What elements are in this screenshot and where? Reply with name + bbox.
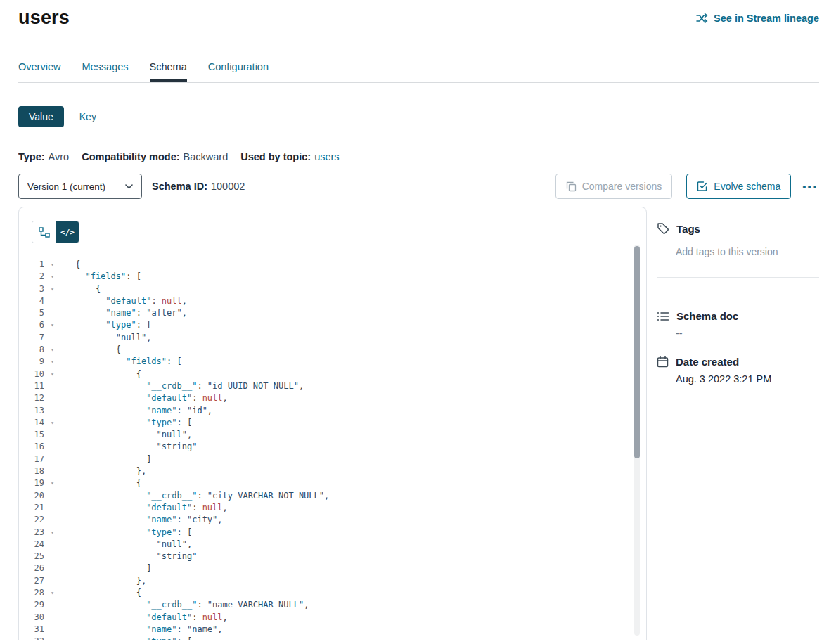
schema-page: users See in Stream lineage Overview Mes… [0,0,836,644]
line-number: 30 [19,612,44,624]
version-select-value: Version 1 (current) [27,181,105,192]
key-toggle-button[interactable]: Key [79,111,96,122]
fold-toggle-icon[interactable]: ▾ [44,477,75,489]
tab-overview[interactable]: Overview [18,54,60,82]
editor-view-toggle: </> [32,221,79,243]
code-text: "default": null, [75,612,228,624]
code-text: "default": null, [75,392,228,404]
evolve-schema-button[interactable]: Evolve schema [686,174,791,199]
line-number: 22 [19,514,44,526]
fold-toggle-icon[interactable]: ▾ [44,319,75,331]
fold-toggle-icon[interactable]: ▾ [44,283,75,295]
sidebar-divider [657,277,819,278]
fold-spacer [44,392,75,404]
fold-toggle-icon[interactable]: ▾ [44,344,75,356]
code-line: 9▾"fields": [ [19,356,646,368]
schema-doc-title: Schema doc [676,310,738,322]
stream-lineage-link[interactable]: See in Stream lineage [696,13,819,24]
fold-toggle-icon[interactable]: ▾ [44,587,75,599]
fold-spacer [44,405,75,417]
code-line: 25"string" [19,550,646,562]
schema-toolbar: Version 1 (current) Schema ID:100002 Com… [18,174,819,199]
stream-lineage-icon [696,13,708,24]
date-created-title: Date created [676,356,739,368]
line-number: 1 [19,259,44,271]
more-options-button[interactable]: ••• [801,178,819,195]
code-text: { [75,587,141,599]
fold-spacer [44,295,75,307]
line-number: 26 [19,562,44,574]
stream-lineage-label: See in Stream lineage [714,13,819,24]
fold-toggle-icon[interactable]: ▾ [44,271,75,283]
fold-spacer [44,624,75,636]
code-text: }, [75,575,146,587]
fold-spacer [44,550,75,562]
code-text: "type": [ [75,527,192,539]
line-number: 23 [19,527,44,539]
code-line: 8▾{ [19,344,646,356]
code-text: { [75,259,80,271]
value-toggle-button[interactable]: Value [18,106,64,127]
code-text: "fields": [ [75,271,141,283]
fold-toggle-icon[interactable]: ▾ [44,368,75,380]
fold-toggle-icon[interactable]: ▾ [44,356,75,368]
code-line: 22"name": "city", [19,514,646,526]
tree-view-button[interactable] [32,221,56,243]
schema-id: Schema ID:100002 [152,181,245,192]
fold-spacer [44,429,75,441]
fold-spacer [44,465,75,477]
tab-messages[interactable]: Messages [82,54,128,82]
date-created-section: Date created Aug. 3 2022 3:21 PM [657,356,819,385]
fold-spacer [44,453,75,465]
code-line: 15"null", [19,429,646,441]
tab-configuration[interactable]: Configuration [208,54,269,82]
compare-versions-label: Compare versions [582,181,662,192]
code-line: 16"string" [19,441,646,453]
line-number: 2 [19,271,44,283]
topic-link[interactable]: users [314,151,339,162]
line-number: 7 [19,332,44,344]
version-select[interactable]: Version 1 (current) [18,174,142,199]
meta-compatibility: Compatibility mode:Backward [82,151,228,162]
line-number: 13 [19,405,44,417]
code-line: 20"__crdb__": "city VARCHAR NOT NULL", [19,490,646,502]
fold-spacer [44,599,75,611]
code-text: { [75,477,141,489]
compare-versions-button[interactable]: Compare versions [555,174,673,199]
tag-icon [657,222,669,235]
evolve-check-icon [697,181,708,192]
code-line: 29"__crdb__": "name VARCHAR NULL", [19,599,646,611]
page-header: users See in Stream lineage [18,0,819,29]
fold-toggle-icon[interactable]: ▾ [44,527,75,539]
line-number: 20 [19,490,44,502]
code-text: { [75,283,101,295]
tab-schema[interactable]: Schema [150,54,187,82]
editor-scrollbar[interactable] [634,245,640,636]
scrollbar-thumb[interactable] [634,246,640,458]
line-number: 17 [19,453,44,465]
code-text: "type": [ [75,417,192,429]
line-number: 21 [19,502,44,514]
copy-icon [566,181,577,192]
fold-spacer [44,562,75,574]
code-line: 3▾{ [19,283,646,295]
schema-meta-row: Type:Avro Compatibility mode:Backward Us… [18,151,819,162]
line-number: 29 [19,599,44,611]
code-line: 4"default": null, [19,295,646,307]
code-view-button[interactable]: </> [56,221,79,243]
code-text: "name": "city", [75,514,223,526]
code-text: "null", [75,332,151,344]
code-lines: 1▾{2▾"fields": [3▾{4"default": null,5"na… [19,259,646,640]
code-text: "__crdb__": "name VARCHAR NULL", [75,599,309,611]
code-text: "null", [75,429,192,441]
schema-id-label: Schema ID: [152,181,207,192]
schema-sidebar: Tags Schema doc -- [657,207,819,640]
tags-input[interactable] [676,243,816,264]
value-key-toggle: Value Key [18,106,819,127]
code-line: 24"null", [19,539,646,550]
fold-toggle-icon[interactable]: ▾ [44,417,75,429]
line-number: 6 [19,319,44,331]
fold-toggle-icon[interactable]: ▾ [44,636,75,640]
code-text: "default": null, [75,295,187,307]
fold-toggle-icon[interactable]: ▾ [44,259,75,271]
